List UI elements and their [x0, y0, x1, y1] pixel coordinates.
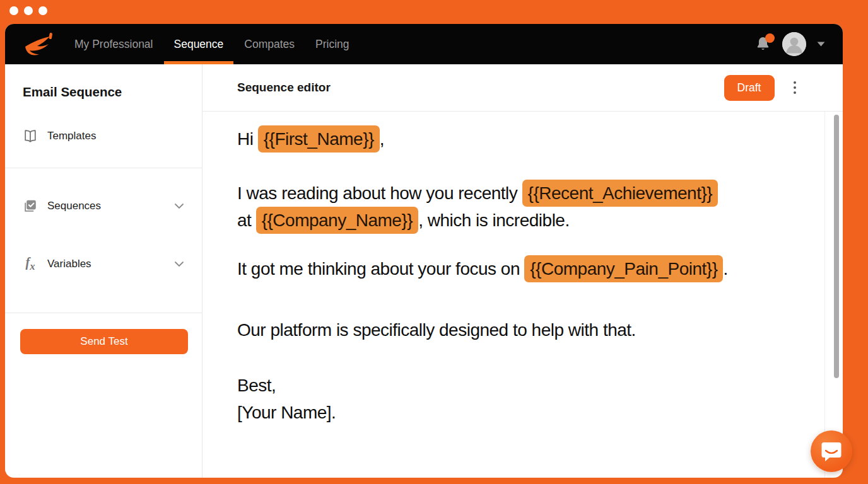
variable-chip[interactable]: {{Company_Pain_Point}}	[524, 255, 723, 282]
traffic-light-close[interactable]	[9, 6, 18, 15]
email-line: Our platform is specifically designed to…	[237, 316, 799, 343]
scrollbar-thumb[interactable]	[834, 115, 839, 378]
nav-item-pricing[interactable]: Pricing	[315, 24, 349, 64]
avatar-icon	[782, 32, 806, 56]
sidebar-item-label: Templates	[47, 130, 96, 142]
email-text: .	[723, 259, 727, 279]
send-test-button[interactable]: Send Test	[20, 329, 188, 354]
sidebar-item-templates[interactable]: Templates	[5, 123, 202, 149]
window-frame: My ProfessionalSequenceCompatesPricing	[0, 0, 868, 484]
nav-item-compates[interactable]: Compates	[244, 24, 295, 64]
email-text: Hi	[237, 129, 258, 149]
traffic-light-minimize[interactable]	[24, 6, 33, 15]
kebab-menu-icon[interactable]	[791, 79, 799, 97]
notification-dot	[765, 33, 775, 43]
sidebar-divider	[5, 313, 202, 313]
traffic-lights	[9, 6, 47, 15]
variable-chip[interactable]: {{Company_Name}}	[256, 207, 419, 234]
email-line: [Your Name].	[237, 399, 799, 426]
sidebar: Email Sequence TemplatesSequencesfxVaria…	[5, 64, 202, 478]
traffic-light-zoom[interactable]	[38, 6, 47, 15]
editor-header: Sequence editor Draft	[202, 64, 843, 112]
email-paragraph: It got me thinking about your focus on {…	[237, 255, 799, 282]
email-paragraph: Hi {{First_Name}},	[237, 125, 799, 153]
email-line: at {{Company_Name}}, which is incredible…	[237, 207, 799, 234]
draft-status-button[interactable]: Draft	[724, 75, 775, 101]
email-text: I was reading about how you recently	[237, 183, 522, 203]
nav-item-sequence[interactable]: Sequence	[174, 24, 224, 64]
top-nav: My ProfessionalSequenceCompatesPricing	[5, 24, 843, 64]
email-line: It got me thinking about your focus on {…	[237, 255, 799, 282]
avatar[interactable]	[782, 32, 806, 56]
email-text: , which is incredible.	[418, 210, 570, 230]
sidebar-item-label: Sequences	[47, 200, 101, 212]
email-paragraph: Our platform is specifically designed to…	[237, 316, 799, 343]
page-title: Sequence editor	[237, 81, 331, 95]
email-line: I was reading about how you recently {{R…	[237, 180, 799, 207]
nav-item-label: My Professional	[74, 38, 153, 51]
variable-chip[interactable]: {{Recent_Achievement}}	[522, 180, 718, 207]
sidebar-title: Email Sequence	[23, 84, 184, 100]
user-menu-chevron-icon[interactable]	[817, 42, 825, 47]
nav-item-my-professional[interactable]: My Professional	[74, 24, 153, 64]
email-line: Best,	[237, 372, 799, 399]
sidebar-items: TemplatesSequencesfxVariables	[5, 123, 202, 313]
chat-launcher-button[interactable]	[811, 430, 852, 472]
notifications-button[interactable]	[755, 35, 771, 53]
content-edge-divider	[824, 112, 825, 478]
email-text: ,	[380, 129, 384, 149]
email-paragraph: Best,[Your Name].	[237, 372, 799, 426]
email-text: Our platform is specifically designed to…	[237, 320, 636, 340]
brand-logo[interactable]	[21, 24, 56, 64]
nav-item-label: Sequence	[174, 38, 224, 51]
nav-item-label: Pricing	[315, 38, 349, 51]
fx-icon: fx	[23, 256, 38, 272]
email-editor[interactable]: Hi {{First_Name}},I was reading about ho…	[202, 112, 843, 478]
email-text: It got me thinking about your focus on	[237, 259, 524, 279]
email-text: Best,	[237, 376, 276, 395]
email-paragraph: I was reading about how you recently {{R…	[237, 180, 799, 234]
brand-bird-icon	[21, 30, 56, 58]
chat-bubble-icon	[819, 440, 843, 463]
sidebar-item-sequences[interactable]: Sequences	[5, 193, 202, 219]
checkbox-icon	[23, 199, 38, 214]
variable-chip[interactable]: {{First_Name}}	[258, 125, 380, 153]
book-icon	[23, 129, 38, 144]
nav-item-label: Compates	[244, 38, 295, 51]
main-layout: Email Sequence TemplatesSequencesfxVaria…	[5, 64, 843, 478]
email-text: at	[237, 210, 256, 230]
chevron-down-icon[interactable]	[174, 258, 184, 270]
app-window: My ProfessionalSequenceCompatesPricing	[5, 24, 843, 478]
email-line: Hi {{First_Name}},	[237, 125, 799, 153]
sidebar-item-label: Variables	[47, 258, 91, 270]
sidebar-item-variables[interactable]: fxVariables	[5, 251, 202, 277]
nav-right-cluster	[755, 24, 825, 64]
sidebar-divider	[5, 168, 202, 168]
chevron-down-icon[interactable]	[174, 200, 184, 212]
email-text: [Your Name].	[237, 403, 336, 422]
editor-pane: Sequence editor Draft Hi {{First_Name}},…	[202, 64, 843, 478]
nav-items: My ProfessionalSequenceCompatesPricing	[74, 24, 349, 64]
